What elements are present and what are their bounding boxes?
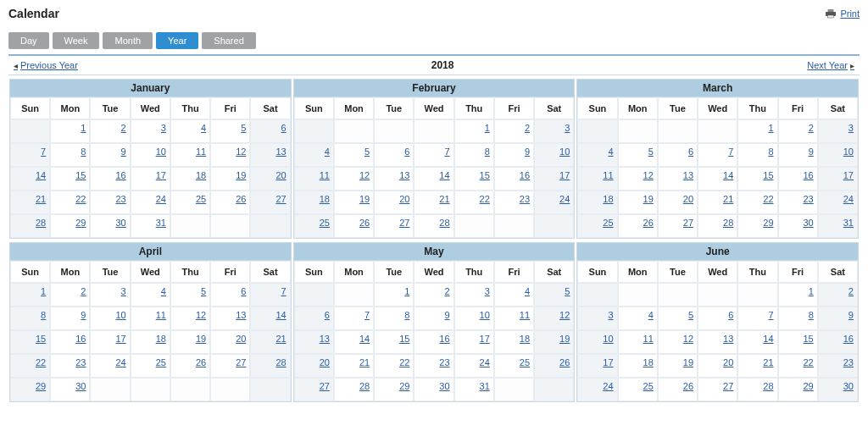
day-cell[interactable]: 11 <box>170 143 210 167</box>
day-link[interactable]: 28 <box>359 381 370 391</box>
day-link[interactable]: 22 <box>399 357 409 367</box>
day-link[interactable]: 2 <box>81 286 86 296</box>
day-cell[interactable]: 17 <box>131 167 170 191</box>
day-cell[interactable]: 14 <box>698 167 737 191</box>
day-link[interactable]: 6 <box>728 310 733 320</box>
day-link[interactable]: 19 <box>196 334 206 344</box>
view-tab-day[interactable]: Day <box>8 32 49 49</box>
day-link[interactable]: 8 <box>485 146 490 157</box>
day-cell[interactable]: 17 <box>534 167 574 191</box>
day-link[interactable]: 2 <box>121 123 126 133</box>
day-cell[interactable]: 9 <box>778 143 818 167</box>
day-cell[interactable]: 22 <box>10 354 50 378</box>
day-cell[interactable]: 3 <box>90 283 130 307</box>
day-cell[interactable]: 25 <box>294 214 334 238</box>
day-cell[interactable]: 13 <box>250 143 290 167</box>
day-link[interactable]: 30 <box>843 381 854 391</box>
day-link[interactable]: 23 <box>520 194 530 204</box>
day-cell[interactable]: 12 <box>170 307 210 330</box>
day-link[interactable]: 22 <box>763 194 773 204</box>
day-cell[interactable]: 10 <box>534 143 574 167</box>
day-cell[interactable]: 23 <box>90 191 130 214</box>
day-link[interactable]: 17 <box>480 334 490 344</box>
day-link[interactable]: 21 <box>763 357 773 367</box>
day-link[interactable]: 3 <box>849 123 854 133</box>
day-link[interactable]: 26 <box>559 357 570 367</box>
day-link[interactable]: 4 <box>325 146 330 157</box>
day-cell[interactable]: 15 <box>454 167 494 191</box>
day-link[interactable]: 13 <box>723 334 733 344</box>
day-link[interactable]: 3 <box>121 286 126 296</box>
day-cell[interactable]: 11 <box>131 307 170 330</box>
day-link[interactable]: 21 <box>439 194 449 204</box>
day-cell[interactable]: 7 <box>737 307 777 330</box>
day-link[interactable]: 21 <box>36 194 46 204</box>
day-cell[interactable]: 18 <box>294 191 334 214</box>
day-link[interactable]: 7 <box>41 146 46 157</box>
day-cell[interactable]: 14 <box>250 307 290 330</box>
day-cell[interactable]: 28 <box>334 378 374 401</box>
day-cell[interactable]: 1 <box>778 283 818 307</box>
day-link[interactable]: 19 <box>359 194 370 204</box>
day-link[interactable]: 11 <box>320 170 330 180</box>
day-link[interactable]: 9 <box>81 310 86 320</box>
day-cell[interactable]: 22 <box>454 191 494 214</box>
day-link[interactable]: 25 <box>320 218 330 228</box>
day-cell[interactable]: 13 <box>698 330 737 354</box>
day-cell[interactable]: 19 <box>210 167 250 191</box>
day-cell[interactable]: 26 <box>170 354 210 378</box>
day-link[interactable]: 15 <box>763 170 773 180</box>
day-cell[interactable]: 26 <box>210 191 250 214</box>
day-link[interactable]: 1 <box>404 286 409 296</box>
day-link[interactable]: 31 <box>843 218 854 228</box>
day-cell[interactable]: 13 <box>374 167 414 191</box>
day-link[interactable]: 25 <box>643 381 654 391</box>
day-link[interactable]: 27 <box>275 194 286 204</box>
day-link[interactable]: 6 <box>688 146 693 157</box>
day-cell[interactable]: 17 <box>577 354 617 378</box>
day-link[interactable]: 12 <box>236 146 246 157</box>
day-link[interactable]: 7 <box>768 310 773 320</box>
day-link[interactable]: 18 <box>520 334 530 344</box>
day-link[interactable]: 3 <box>565 123 570 133</box>
day-cell[interactable]: 28 <box>698 214 737 238</box>
day-link[interactable]: 14 <box>275 310 286 320</box>
day-link[interactable]: 16 <box>843 334 854 344</box>
day-link[interactable]: 12 <box>559 310 570 320</box>
day-cell[interactable]: 10 <box>90 307 130 330</box>
next-year-link[interactable]: Next Year ▸ <box>807 60 854 70</box>
day-link[interactable]: 10 <box>559 146 570 157</box>
day-link[interactable]: 27 <box>320 381 330 391</box>
day-link[interactable]: 23 <box>115 194 125 204</box>
day-link[interactable]: 24 <box>843 194 854 204</box>
day-link[interactable]: 10 <box>115 310 125 320</box>
day-cell[interactable]: 23 <box>778 191 818 214</box>
day-cell[interactable]: 6 <box>250 119 290 143</box>
day-cell[interactable]: 5 <box>534 283 574 307</box>
day-cell[interactable]: 19 <box>534 330 574 354</box>
day-link[interactable]: 10 <box>603 334 613 344</box>
day-link[interactable]: 15 <box>36 334 46 344</box>
day-cell[interactable]: 16 <box>818 330 858 354</box>
day-link[interactable]: 8 <box>404 310 409 320</box>
day-cell[interactable]: 25 <box>494 354 534 378</box>
day-cell[interactable]: 21 <box>10 191 50 214</box>
day-link[interactable]: 5 <box>648 146 654 157</box>
day-link[interactable]: 3 <box>485 286 490 296</box>
day-cell[interactable]: 12 <box>334 167 374 191</box>
day-cell[interactable]: 4 <box>170 119 210 143</box>
day-cell[interactable]: 27 <box>250 191 290 214</box>
day-cell[interactable]: 27 <box>294 378 334 401</box>
day-cell[interactable]: 13 <box>210 307 250 330</box>
day-link[interactable]: 7 <box>281 286 287 296</box>
day-cell[interactable]: 8 <box>50 143 90 167</box>
day-link[interactable]: 17 <box>603 357 613 367</box>
day-link[interactable]: 20 <box>723 357 733 367</box>
day-link[interactable]: 15 <box>804 334 814 344</box>
day-cell[interactable]: 12 <box>210 143 250 167</box>
day-cell[interactable]: 24 <box>454 354 494 378</box>
day-cell[interactable]: 23 <box>818 354 858 378</box>
day-link[interactable]: 30 <box>804 218 814 228</box>
day-cell[interactable]: 15 <box>10 330 50 354</box>
day-link[interactable]: 5 <box>565 286 570 296</box>
